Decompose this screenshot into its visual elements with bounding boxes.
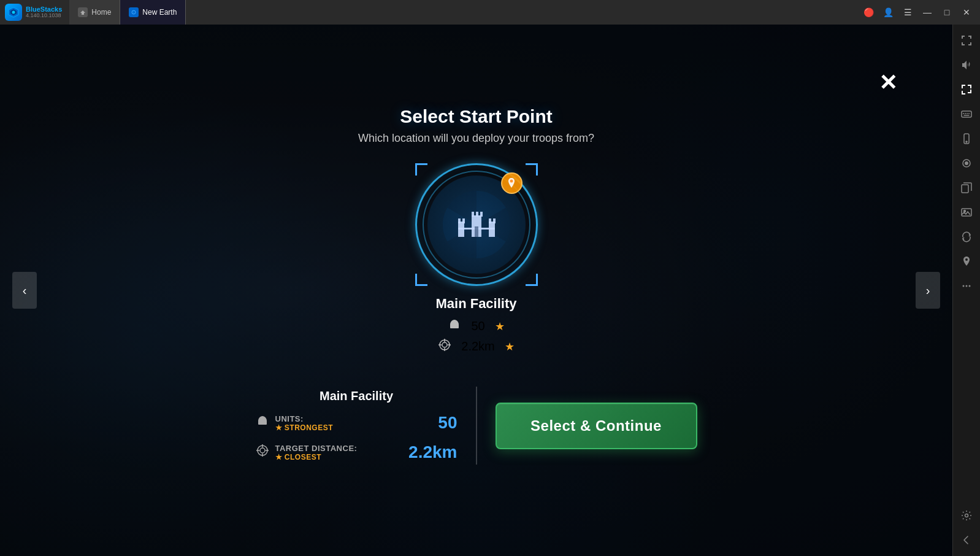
svg-point-47 <box>963 285 965 287</box>
svg-point-48 <box>966 285 968 287</box>
svg-rect-19 <box>450 326 459 328</box>
tab-new-earth-label: New Earth <box>142 8 177 17</box>
bottom-panel: Main Facility UNITS: <box>237 377 716 474</box>
units-label: UNITS: <box>275 414 304 423</box>
bracket-bottom-right <box>526 274 538 286</box>
keyboard-sidebar-button[interactable] <box>955 103 978 125</box>
app-window: BlueStacks 4.140.10.1038 Home <box>0 0 980 556</box>
info-helmet-icon <box>256 414 269 431</box>
fullscreen-sidebar-button[interactable] <box>955 29 978 52</box>
units-badge: ★ STRONGEST <box>275 423 334 432</box>
svg-rect-12 <box>472 212 474 217</box>
units-star-icon: ★ <box>495 320 505 333</box>
volume-sidebar-button[interactable] <box>955 54 978 76</box>
svg-rect-17 <box>475 226 478 237</box>
svg-point-50 <box>965 514 968 517</box>
distance-star-icon: ★ <box>505 340 515 353</box>
svg-point-46 <box>965 258 968 261</box>
svg-rect-15 <box>489 218 491 223</box>
new-earth-tab-icon <box>129 7 139 17</box>
chevron-right-icon: › <box>926 284 930 298</box>
svg-point-49 <box>969 285 971 287</box>
game-area: ‹ › ✕ Select Start Point Which location … <box>0 25 952 556</box>
facility-distance-row: 2.2km ★ <box>438 338 514 355</box>
distance-value: 2.2km <box>461 339 494 353</box>
back-sidebar-button[interactable] <box>955 529 978 551</box>
info-distance-value: 2.2km <box>408 442 457 462</box>
record-sidebar-button[interactable] <box>955 152 978 174</box>
bluestacks-icon <box>5 4 22 21</box>
distance-label: TARGET DISTANCE: <box>275 444 358 453</box>
svg-point-18 <box>510 179 513 182</box>
facility-icon-container <box>415 163 538 286</box>
svg-rect-43 <box>962 185 968 193</box>
modal-subtitle: Which location will you deploy your troo… <box>358 132 594 145</box>
svg-point-21 <box>442 342 447 347</box>
right-sidebar <box>952 25 980 556</box>
player-pin-badge <box>501 172 523 194</box>
distance-label-group: TARGET DISTANCE: ★ CLOSEST <box>275 444 358 461</box>
title-bar-controls: 🔴 👤 ☰ — □ ✕ <box>860 4 975 21</box>
svg-rect-14 <box>480 212 483 217</box>
info-target-icon <box>256 444 269 461</box>
svg-rect-33 <box>962 111 971 117</box>
svg-rect-10 <box>458 218 461 223</box>
replay-sidebar-button[interactable] <box>955 226 978 248</box>
tab-home-label: Home <box>91 8 111 17</box>
close-button[interactable]: ✕ <box>958 4 975 21</box>
svg-point-40 <box>966 141 967 142</box>
tab-new-earth[interactable]: New Earth <box>120 0 186 25</box>
modal-overlay: Select Start Point Which location will y… <box>0 25 952 556</box>
action-section: Select & Continue <box>477 377 716 474</box>
facility-units-row: 50 ★ <box>448 318 504 334</box>
select-continue-button[interactable]: Select & Continue <box>496 403 697 449</box>
modal-content: Select Start Point Which location will y… <box>237 106 716 474</box>
bracket-bottom-left <box>415 274 427 286</box>
close-x-icon: ✕ <box>879 70 897 96</box>
bluestacks-version: 4.140.10.1038 <box>26 13 62 18</box>
location-sidebar-button[interactable] <box>955 250 978 272</box>
bluestacks-text: BlueStacks 4.140.10.1038 <box>26 6 62 18</box>
units-value: 50 <box>471 319 484 333</box>
nav-right-button[interactable]: › <box>916 272 940 309</box>
tab-home[interactable]: Home <box>69 0 120 25</box>
home-tab-icon <box>78 7 88 17</box>
svg-rect-13 <box>476 212 478 217</box>
gallery-sidebar-button[interactable] <box>955 201 978 223</box>
modal-close-button[interactable]: ✕ <box>873 68 903 98</box>
bracket-top-left <box>415 163 427 176</box>
minimize-button[interactable]: — <box>919 4 936 21</box>
units-label-group: UNITS: ★ STRONGEST <box>275 414 334 432</box>
svg-point-42 <box>965 161 968 165</box>
target-icon <box>438 338 451 355</box>
tab-bar: Home New Earth <box>69 0 186 25</box>
helmet-icon <box>448 318 461 334</box>
distance-badge: ★ CLOSEST <box>275 453 322 461</box>
maximize-button[interactable]: □ <box>938 4 955 21</box>
svg-rect-11 <box>462 218 465 223</box>
more-sidebar-button[interactable] <box>955 275 978 297</box>
title-bar: BlueStacks 4.140.10.1038 Home <box>0 0 980 25</box>
svg-point-2 <box>12 11 15 14</box>
bluestacks-logo: BlueStacks 4.140.10.1038 <box>5 4 62 21</box>
expand-sidebar-button[interactable] <box>955 79 978 101</box>
bracket-top-right <box>526 163 538 176</box>
distance-info-row: TARGET DISTANCE: ★ CLOSEST 2.2km <box>256 442 457 462</box>
info-section: Main Facility UNITS: <box>237 377 476 474</box>
svg-rect-16 <box>493 218 496 223</box>
main-layout: ‹ › ✕ Select Start Point Which location … <box>0 25 980 556</box>
info-units-value: 50 <box>438 413 457 433</box>
modal-title: Select Start Point <box>400 106 552 127</box>
notification-button[interactable]: 🔴 <box>860 4 877 21</box>
menu-button[interactable]: ☰ <box>899 4 916 21</box>
mobile-sidebar-button[interactable] <box>955 128 978 150</box>
info-facility-title: Main Facility <box>256 389 457 403</box>
castle-icon <box>455 203 498 247</box>
facility-name: Main Facility <box>435 296 516 312</box>
copy-sidebar-button[interactable] <box>955 177 978 199</box>
svg-point-28 <box>260 448 265 453</box>
settings-sidebar-button[interactable] <box>955 504 978 527</box>
svg-rect-26 <box>258 423 267 425</box>
profile-button[interactable]: 👤 <box>879 4 897 21</box>
nav-left-button[interactable]: ‹ <box>12 272 37 309</box>
